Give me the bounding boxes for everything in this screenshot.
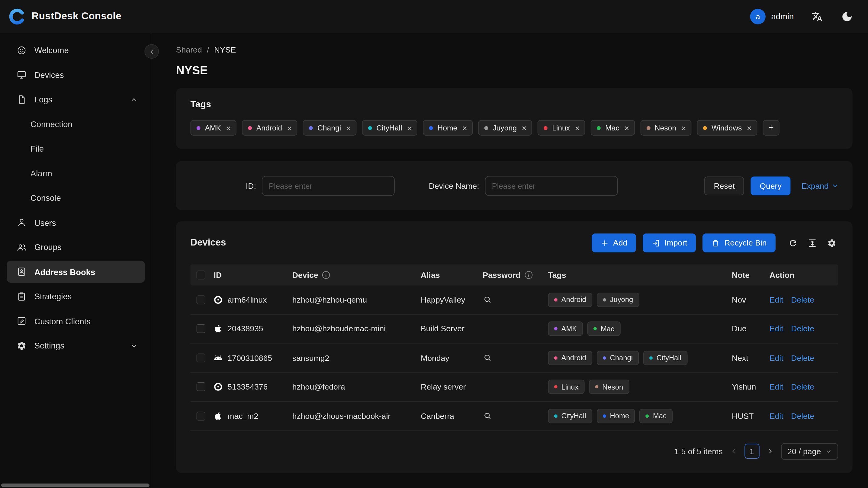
sidebar-item-label: Logs — [34, 94, 53, 104]
sidebar-item-label: Groups — [34, 243, 62, 252]
view-password-icon[interactable] — [483, 354, 491, 362]
breadcrumb-separator: / — [207, 45, 209, 54]
sidebar-item-alarm[interactable]: Alarm — [7, 162, 145, 184]
sidebar-collapse-button[interactable] — [144, 44, 159, 59]
smiley-icon — [17, 45, 27, 55]
tag-chip[interactable]: Linux × — [537, 120, 585, 135]
dark-mode-icon[interactable] — [840, 10, 854, 23]
device-name-filter-input[interactable] — [485, 176, 618, 196]
row-checkbox[interactable] — [196, 383, 205, 391]
column-height-icon[interactable] — [806, 237, 819, 249]
translate-icon[interactable] — [810, 10, 824, 23]
edit-link[interactable]: Edit — [770, 383, 783, 391]
remove-tag-icon[interactable]: × — [407, 123, 412, 132]
add-device-button[interactable]: Add — [592, 234, 637, 252]
tag-chip[interactable]: Windows × — [697, 120, 757, 135]
pagination: 1-5 of 5 items 1 20 / page — [191, 443, 838, 460]
sidebar-item-address-books[interactable]: Address Books — [7, 261, 145, 283]
row-checkbox[interactable] — [196, 411, 205, 420]
sidebar-item-users[interactable]: Users — [7, 211, 145, 234]
info-icon[interactable]: i — [525, 271, 532, 279]
sidebar-item-groups[interactable]: Groups — [7, 236, 145, 258]
address-book-icon — [17, 267, 27, 277]
query-button[interactable]: Query — [751, 176, 790, 195]
sidebar-item-settings[interactable]: Settings — [7, 335, 145, 357]
tag-color-dot — [485, 126, 488, 130]
table-settings-gear-icon[interactable] — [826, 237, 838, 249]
next-page-icon[interactable] — [767, 448, 773, 454]
page-size-select[interactable]: 20 / page — [781, 443, 838, 460]
column-header-password: Password — [483, 271, 521, 279]
breadcrumb-parent[interactable]: Shared — [176, 45, 202, 54]
tag-color-dot — [603, 356, 606, 359]
edit-link[interactable]: Edit — [770, 324, 783, 333]
remove-tag-icon[interactable]: × — [226, 123, 231, 132]
edit-link[interactable]: Edit — [770, 411, 783, 420]
reset-button[interactable]: Reset — [704, 176, 744, 195]
tag-label: CityHall — [376, 123, 402, 132]
device-tag: Home — [596, 409, 635, 423]
monitor-icon — [17, 70, 27, 80]
tag-label: Juyong — [493, 123, 517, 132]
edit-link[interactable]: Edit — [770, 353, 783, 362]
tag-chip[interactable]: Changi × — [303, 120, 356, 135]
tag-chip[interactable]: Juyong × — [478, 120, 532, 135]
sidebar-item-logs[interactable]: Logs — [7, 88, 145, 110]
row-checkbox[interactable] — [196, 353, 205, 362]
page-number-button[interactable]: 1 — [744, 444, 759, 458]
remove-tag-icon[interactable]: × — [287, 123, 292, 132]
device-id: mac_m2 — [227, 411, 258, 420]
delete-link[interactable]: Delete — [791, 295, 814, 304]
sidebar-scrollbar[interactable] — [1, 484, 150, 487]
file-icon — [17, 94, 27, 104]
device-name: hzhou@zhous-macbook-air — [292, 411, 391, 420]
edit-link[interactable]: Edit — [770, 295, 783, 304]
expand-link[interactable]: Expand — [802, 181, 838, 190]
row-checkbox[interactable] — [196, 295, 205, 304]
device-note: Nov — [732, 295, 746, 304]
delete-link[interactable]: Delete — [791, 324, 814, 333]
row-checkbox[interactable] — [196, 324, 205, 333]
tag-chip[interactable]: CityHall × — [362, 120, 418, 135]
delete-link[interactable]: Delete — [791, 383, 814, 391]
remove-tag-icon[interactable]: × — [462, 123, 467, 132]
remove-tag-icon[interactable]: × — [681, 123, 686, 132]
add-tag-button[interactable]: + — [763, 120, 779, 135]
tag-chip[interactable]: AMK × — [191, 120, 237, 135]
tag-chip[interactable]: Home × — [423, 120, 473, 135]
recycle-bin-button[interactable]: Recycle Bin — [703, 234, 776, 252]
sidebar-item-devices[interactable]: Devices — [7, 64, 145, 86]
id-filter-input[interactable] — [261, 176, 395, 196]
view-password-icon[interactable] — [483, 412, 491, 420]
delete-link[interactable]: Delete — [791, 411, 814, 420]
view-password-icon[interactable] — [483, 296, 491, 304]
sidebar-item-console[interactable]: Console — [7, 187, 145, 209]
remove-tag-icon[interactable]: × — [624, 123, 629, 132]
linux-os-icon — [214, 383, 222, 391]
tag-label: Home — [437, 123, 457, 132]
sidebar-item-connection[interactable]: Connection — [7, 113, 145, 135]
sidebar-item-custom-clients[interactable]: Custom Clients — [7, 310, 145, 332]
delete-link[interactable]: Delete — [791, 353, 814, 362]
sidebar-item-file[interactable]: File — [7, 138, 145, 159]
sidebar-item-label: Devices — [34, 70, 64, 80]
remove-tag-icon[interactable]: × — [575, 123, 580, 132]
apple-os-icon — [214, 324, 222, 333]
remove-tag-icon[interactable]: × — [346, 123, 351, 132]
select-all-checkbox[interactable] — [196, 271, 205, 279]
tag-color-dot — [554, 327, 558, 330]
import-button[interactable]: Import — [643, 234, 696, 252]
avatar[interactable]: a — [750, 8, 766, 24]
sidebar-item-strategies[interactable]: Strategies — [7, 285, 145, 307]
remove-tag-icon[interactable]: × — [747, 123, 752, 132]
tag-color-dot — [554, 385, 558, 389]
remove-tag-icon[interactable]: × — [522, 123, 527, 132]
tag-chip[interactable]: Android × — [242, 120, 298, 135]
refresh-icon[interactable] — [787, 237, 800, 249]
user-menu[interactable]: a admin — [750, 8, 794, 24]
info-icon[interactable]: i — [322, 271, 330, 279]
tag-chip[interactable]: Neson × — [640, 120, 692, 135]
sidebar-item-welcome[interactable]: Welcome — [7, 39, 145, 61]
tag-chip[interactable]: Mac × — [591, 120, 634, 135]
previous-page-icon[interactable] — [731, 448, 737, 454]
